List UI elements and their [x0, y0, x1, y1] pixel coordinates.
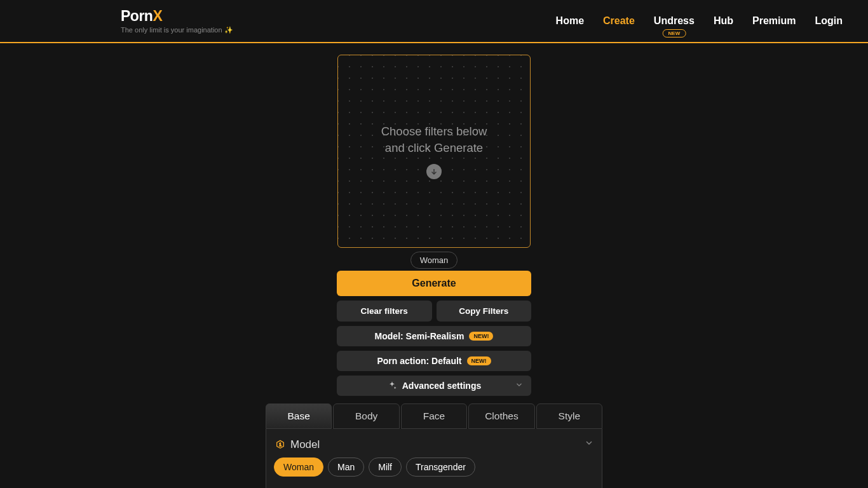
header: PornX The only limit is your imagination…	[0, 0, 868, 43]
tab-face[interactable]: Face	[401, 403, 467, 429]
panel-title: Model	[290, 438, 320, 451]
nav-undress[interactable]: Undress NEW	[654, 15, 695, 27]
nav-home[interactable]: Home	[556, 15, 584, 27]
option-milf[interactable]: Milf	[369, 458, 402, 477]
chevron-down-icon	[515, 381, 524, 391]
subject-chip[interactable]: Woman	[410, 252, 458, 269]
button-stack: Generate Clear filters Copy Filters Mode…	[337, 271, 531, 396]
new-badge: NEW	[663, 29, 686, 37]
logo-part2: X	[153, 8, 162, 24]
tagline: The only limit is your imagination ✨	[121, 26, 233, 34]
option-transgender[interactable]: Transgender	[406, 458, 475, 477]
model-select-button[interactable]: Model: Semi-Realism NEW!	[337, 326, 531, 346]
generate-button[interactable]: Generate	[337, 271, 531, 296]
tab-clothes[interactable]: Clothes	[468, 403, 534, 429]
tab-style[interactable]: Style	[536, 403, 602, 429]
option-man[interactable]: Man	[328, 458, 364, 477]
canvas-line1: Choose filters below	[381, 123, 487, 140]
model-select-label: Model: Semi-Realism	[375, 331, 465, 341]
option-woman[interactable]: Woman	[274, 458, 323, 477]
model-options: Woman Man Milf Transgender	[274, 458, 594, 477]
chevron-down-icon	[584, 438, 594, 451]
nav-undress-label: Undress	[654, 15, 695, 26]
clear-filters-button[interactable]: Clear filters	[337, 301, 432, 322]
preview-canvas: Choose filters below and click Generate	[337, 55, 531, 248]
tab-body[interactable]: Body	[333, 403, 399, 429]
new-pill: NEW!	[469, 332, 493, 341]
panel-header-people[interactable]: 1 Number of people	[274, 485, 594, 488]
tab-base[interactable]: Base	[266, 403, 332, 429]
advanced-settings-label: Advanced settings	[402, 381, 481, 391]
arrow-down-icon	[426, 164, 442, 179]
new-pill: NEW!	[467, 356, 491, 365]
canvas-hint: Choose filters below and click Generate	[381, 123, 487, 156]
logo: PornX	[121, 8, 233, 25]
logo-part1: Porn	[121, 8, 153, 24]
main: Choose filters below and click Generate …	[0, 43, 868, 488]
nav: Home Create Undress NEW Hub Premium Logi…	[556, 15, 843, 27]
svg-text:1: 1	[279, 442, 281, 447]
sparkle-icon	[387, 381, 397, 391]
filter-panel: 1 Model Woman Man Milf Transgender 1 Num…	[266, 429, 602, 488]
nav-premium[interactable]: Premium	[752, 15, 796, 27]
action-select-button[interactable]: Porn action: Default NEW!	[337, 351, 531, 371]
panel-header-model[interactable]: 1 Model	[274, 435, 594, 458]
action-select-label: Porn action: Default	[377, 356, 461, 366]
subject-chip-row: Woman	[410, 254, 458, 266]
hexagon-icon: 1	[275, 440, 285, 450]
filter-tabs: Base Body Face Clothes Style	[266, 403, 602, 429]
nav-hub[interactable]: Hub	[714, 15, 733, 27]
nav-create[interactable]: Create	[603, 15, 635, 27]
nav-login[interactable]: Login	[815, 15, 843, 27]
logo-block[interactable]: PornX The only limit is your imagination…	[121, 8, 233, 34]
secondary-button-row: Clear filters Copy Filters	[337, 301, 531, 322]
advanced-settings-button[interactable]: Advanced settings	[337, 376, 531, 396]
copy-filters-button[interactable]: Copy Filters	[437, 301, 532, 322]
canvas-line2: and click Generate	[381, 140, 487, 156]
